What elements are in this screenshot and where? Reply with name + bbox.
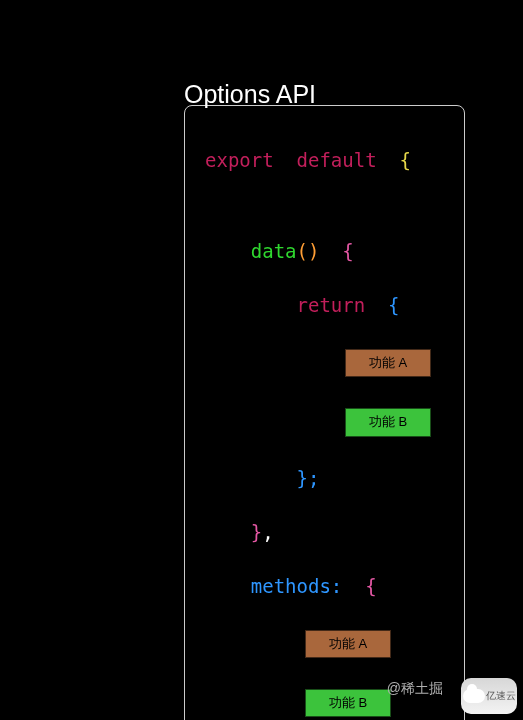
feature-tag-a: 功能 A [345, 349, 431, 377]
feature-tag-b: 功能 B [305, 689, 391, 717]
comma: , [262, 521, 273, 543]
paren-open: ( [297, 240, 308, 262]
watermark-text: @稀土掘 [387, 680, 443, 698]
semicolon: ; [308, 467, 319, 489]
brace-close: } [297, 467, 308, 489]
keyword-default: default [297, 149, 377, 171]
footer-logo: 亿速云 [461, 678, 517, 714]
panel-title: Options API [184, 82, 465, 107]
feature-tag-a: 功能 A [305, 630, 391, 658]
fn-data: data [251, 240, 297, 262]
brace-open: { [365, 575, 376, 597]
feature-tag-b: 功能 B [345, 408, 431, 436]
keyword-return: return [297, 294, 366, 316]
paren-close: ) [308, 240, 319, 262]
brace-close: } [251, 521, 262, 543]
cloud-icon [463, 689, 485, 703]
brace-open: { [388, 294, 399, 316]
keyword-export: export [205, 149, 274, 171]
code-block: export default { data() { return { 功能 A … [184, 105, 465, 720]
brace-open: { [400, 149, 411, 171]
options-api-panel: Options API export default { data() { re… [184, 82, 465, 720]
footer-brand-text: 亿速云 [486, 689, 516, 703]
prop-methods: methods: [251, 575, 343, 597]
code-content: export default { data() { return { 功能 A … [205, 120, 454, 720]
brace-open: { [342, 240, 353, 262]
